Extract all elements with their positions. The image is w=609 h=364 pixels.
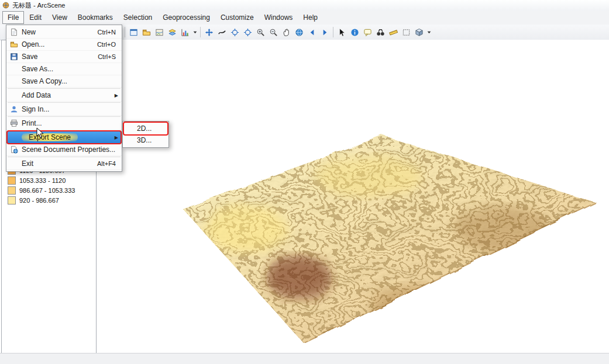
html-popup-icon[interactable] bbox=[361, 26, 374, 39]
floppy-icon bbox=[10, 53, 18, 61]
menu-item-new-shortcut: Ctrl+N bbox=[98, 29, 122, 36]
zoom-out-icon bbox=[269, 28, 278, 37]
zoom-out-icon[interactable] bbox=[267, 26, 280, 39]
navigate-icon[interactable] bbox=[202, 26, 215, 39]
menu-view[interactable]: View bbox=[47, 11, 73, 24]
menu-item-print[interactable]: Print... bbox=[6, 117, 122, 130]
menu-separator bbox=[8, 130, 121, 131]
viewer-window-icon bbox=[402, 28, 411, 37]
legend-item: 1053.333 - 1120 bbox=[8, 176, 66, 185]
menu-geoprocessing[interactable]: Geoprocessing bbox=[157, 11, 215, 24]
menu-item-save-a-copy[interactable]: Save A Copy... bbox=[6, 75, 122, 88]
catalog-window-icon[interactable] bbox=[140, 26, 153, 39]
title-bar: 无标题 - ArcScene bbox=[0, 0, 609, 11]
menu-item-text: New bbox=[22, 28, 36, 36]
menu-item-save-as-label: Save As... bbox=[22, 65, 122, 73]
search-window-icon[interactable] bbox=[153, 26, 166, 39]
pan-icon[interactable] bbox=[280, 26, 293, 39]
menu-item-text: Print... bbox=[22, 119, 42, 127]
next-extent-icon bbox=[321, 28, 329, 37]
menu-item-export-scene[interactable]: Export Scene▶ bbox=[6, 131, 122, 144]
submenu-arrow-icon: ▶ bbox=[115, 135, 122, 140]
submenu-arrow-icon: ▶ bbox=[115, 93, 122, 98]
submenu-item-3d[interactable]: 3D... bbox=[123, 134, 168, 146]
center-on-target-icon[interactable] bbox=[228, 26, 241, 39]
menu-customize[interactable]: Customize bbox=[215, 11, 259, 24]
zoom-to-target-icon bbox=[243, 28, 252, 37]
menu-item-save-as[interactable]: Save As... bbox=[6, 63, 122, 75]
menu-item-save[interactable]: SaveCtrl+S bbox=[6, 51, 122, 63]
legend-swatch bbox=[8, 196, 16, 204]
legend-label: 1053.333 - 1120 bbox=[19, 177, 66, 184]
submenu-item-2d[interactable]: 2D... bbox=[123, 123, 168, 134]
chart-icon bbox=[181, 28, 190, 37]
arcscene-window: 无标题 - ArcScene FileEditViewBookmarksSele… bbox=[0, 0, 609, 364]
layers-icon[interactable] bbox=[166, 26, 178, 39]
select-features-icon bbox=[338, 28, 346, 37]
terrain-valley-shadow bbox=[266, 255, 331, 299]
animation-icon[interactable] bbox=[412, 26, 425, 39]
signin-icon bbox=[6, 105, 22, 113]
scene-view[interactable] bbox=[99, 40, 609, 353]
previous-extent-icon bbox=[308, 28, 316, 37]
menu-item-scene-document-properties[interactable]: Scene Document Properties... bbox=[6, 144, 122, 156]
more-tools-dropdown-icon bbox=[426, 30, 432, 35]
floppy-icon bbox=[6, 53, 22, 61]
menu-item-save-label: Save bbox=[22, 53, 98, 61]
menu-item-text: Scene Document Properties... bbox=[22, 145, 115, 154]
submenu-item-text: 3D... bbox=[137, 136, 152, 144]
menu-bar: FileEditViewBookmarksSelectionGeoprocess… bbox=[0, 11, 609, 25]
find-icon bbox=[376, 28, 385, 37]
toolbar-separator bbox=[200, 27, 201, 37]
select-features-icon[interactable] bbox=[335, 26, 348, 39]
mouse-cursor-icon bbox=[36, 127, 44, 139]
zoom-in-icon[interactable] bbox=[254, 26, 267, 39]
menu-help[interactable]: Help bbox=[298, 11, 323, 24]
fly-tool-icon[interactable] bbox=[215, 26, 228, 39]
identify-icon[interactable] bbox=[348, 26, 361, 39]
animation-icon bbox=[415, 28, 424, 37]
menu-item-sign-in-label: Sign In... bbox=[22, 105, 122, 113]
measure-icon[interactable] bbox=[387, 26, 400, 39]
menu-item-text: Exit bbox=[22, 160, 33, 168]
menu-item-print-label: Print... bbox=[22, 119, 122, 127]
menu-edit[interactable]: Edit bbox=[24, 11, 47, 24]
menu-item-open[interactable]: Open...Ctrl+O bbox=[6, 39, 122, 51]
windows-dropdown-icon[interactable] bbox=[191, 26, 198, 39]
menu-item-text: Add Data bbox=[22, 91, 51, 99]
full-extent-icon bbox=[295, 28, 304, 37]
menu-item-new[interactable]: NewCtrl+N bbox=[6, 26, 122, 39]
menu-item-sign-in[interactable]: Sign In... bbox=[6, 103, 122, 116]
menu-file[interactable]: File bbox=[2, 11, 24, 24]
menu-item-add-data-label: Add Data bbox=[22, 91, 115, 99]
table-of-contents-icon[interactable] bbox=[127, 26, 140, 39]
pan-icon bbox=[282, 28, 291, 37]
find-icon[interactable] bbox=[374, 26, 387, 39]
toolbar-separator bbox=[333, 27, 333, 37]
submenu-item-text: 2D... bbox=[137, 124, 152, 133]
viewer-window-icon[interactable] bbox=[400, 26, 412, 39]
menu-bookmarks[interactable]: Bookmarks bbox=[73, 11, 118, 24]
zoom-to-target-icon[interactable] bbox=[241, 26, 254, 39]
menu-item-text: Save bbox=[22, 53, 37, 61]
menu-item-new-label: New bbox=[22, 28, 98, 36]
menu-selection[interactable]: Selection bbox=[118, 11, 157, 24]
more-tools-dropdown-icon[interactable] bbox=[425, 26, 432, 39]
full-extent-icon[interactable] bbox=[293, 26, 305, 39]
next-extent-icon[interactable] bbox=[318, 26, 331, 39]
menu-item-text: Open... bbox=[22, 40, 44, 48]
terrain-3d-surface[interactable] bbox=[176, 130, 603, 347]
chart-icon[interactable] bbox=[178, 26, 191, 39]
docglobe-icon bbox=[6, 145, 22, 154]
printer-icon bbox=[6, 119, 22, 127]
identify-icon bbox=[350, 28, 359, 37]
legend-item: 920 - 986.667 bbox=[8, 196, 59, 204]
menu-item-add-data[interactable]: Add Data▶ bbox=[6, 89, 122, 102]
menu-windows[interactable]: Windows bbox=[259, 11, 298, 24]
previous-extent-icon[interactable] bbox=[305, 26, 318, 39]
menu-separator bbox=[8, 102, 121, 103]
legend-swatch bbox=[8, 176, 16, 185]
menu-item-exit[interactable]: ExitAlt+F4 bbox=[6, 158, 122, 170]
arcscene-app-icon bbox=[2, 2, 9, 9]
menu-separator bbox=[8, 157, 121, 157]
